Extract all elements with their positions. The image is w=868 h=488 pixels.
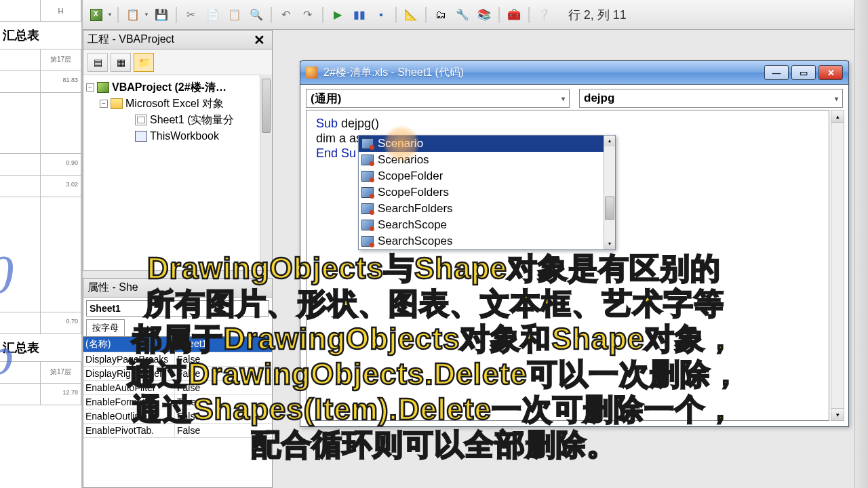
properties-button[interactable]: 🔧 <box>453 5 472 24</box>
class-icon <box>361 236 374 247</box>
close-icon[interactable]: ✕ <box>251 32 268 48</box>
pane-title-text: 工程 - VBAProject <box>87 33 174 47</box>
class-icon <box>361 187 374 198</box>
procedure-combo[interactable]: dejpg▾ <box>579 89 843 108</box>
module-icon <box>306 66 318 79</box>
save-button[interactable]: 💾 <box>152 5 171 24</box>
intellisense-item[interactable]: ScopeFolders <box>359 184 615 201</box>
class-icon <box>361 171 374 182</box>
redo-button[interactable]: ↷ <box>298 5 317 24</box>
project-tree[interactable]: −VBAProject (2#楼-清… −Microsoft Excel 对象 … <box>83 75 272 148</box>
reset-button[interactable]: ▪ <box>372 5 391 24</box>
class-icon <box>361 220 374 230</box>
scrollbar[interactable]: ▴▾ <box>604 136 615 249</box>
maximize-button[interactable]: ▭ <box>791 65 816 80</box>
cell: 第17层 <box>41 49 81 71</box>
object-combo[interactable]: (通用)▾ <box>306 89 570 108</box>
scrollbar[interactable] <box>260 75 272 270</box>
view-excel-button[interactable] <box>87 5 106 24</box>
class-icon <box>361 138 374 149</box>
intellisense-item[interactable]: Scenario <box>359 136 615 152</box>
project-pane-title: 工程 - VBAProject ✕ <box>83 30 272 49</box>
vbe-toolbar: ▼ 📋▼ 💾 ✂ 📄 📋 🔍 ↶ ↷ ▶ ▮▮ ▪ 📐 🗂 🔧 📚 🧰 ❔ 行 … <box>83 0 868 30</box>
cut-button[interactable]: ✂ <box>182 5 201 24</box>
insert-button[interactable]: 📋 <box>123 5 142 24</box>
intellisense-item[interactable]: ScopeFolder <box>359 168 615 184</box>
cell: 3.02 <box>41 176 81 197</box>
minimize-button[interactable]: — <box>764 65 789 80</box>
design-mode-button[interactable]: 📐 <box>401 5 420 24</box>
tree-workbook[interactable]: ThisWorkbook <box>150 128 219 144</box>
run-button[interactable]: ▶ <box>328 5 347 24</box>
help-button[interactable]: ❔ <box>534 5 553 24</box>
toolbox-button[interactable]: 🧰 <box>505 5 524 24</box>
sheet-section-title: 汇总表 <box>0 22 81 49</box>
close-button[interactable]: ✕ <box>818 65 843 80</box>
project-toolbar: ▤ ▦ 📁 <box>83 49 272 75</box>
class-icon <box>361 203 374 214</box>
undo-button[interactable]: ↶ <box>277 5 296 24</box>
view-object-button[interactable]: ▦ <box>111 53 131 72</box>
class-icon <box>361 155 374 165</box>
intellisense-item[interactable]: SearchFolders <box>359 201 615 217</box>
toggle-folders-button[interactable]: 📁 <box>134 53 154 72</box>
code-window-title: 2#楼-清单.xls - Sheet1 (代码) <box>323 66 464 80</box>
code-window-titlebar[interactable]: 2#楼-清单.xls - Sheet1 (代码) — ▭ ✕ <box>300 60 849 85</box>
col-header: H <box>41 0 81 21</box>
tree-folder[interactable]: Microsoft Excel 对象 <box>125 96 224 112</box>
subtitle-overlay: DrawingObjects与Shape对象是有区别的 所有图片、形状、图表、文… <box>0 251 868 462</box>
object-browser-button[interactable]: 📚 <box>475 5 494 24</box>
tree-sheet[interactable]: Sheet1 (实物量分 <box>150 112 234 128</box>
intellisense-item[interactable]: SearchScopes <box>359 233 615 249</box>
paste-button[interactable]: 📋 <box>225 5 244 24</box>
find-button[interactable]: 🔍 <box>247 5 266 24</box>
intellisense-popup[interactable]: ScenarioScenariosScopeFolderScopeFolders… <box>358 135 616 250</box>
view-code-button[interactable]: ▤ <box>87 53 108 72</box>
cell: 0.90 <box>41 154 81 176</box>
cursor-position: 行 2, 列 11 <box>568 7 627 23</box>
break-button[interactable]: ▮▮ <box>350 5 369 24</box>
project-root[interactable]: VBAProject (2#楼-清… <box>112 79 226 96</box>
cell: 81.83 <box>41 71 81 93</box>
project-explorer-button[interactable]: 🗂 <box>431 5 450 24</box>
intellisense-item[interactable]: Scenarios <box>359 152 615 168</box>
copy-button[interactable]: 📄 <box>203 5 222 24</box>
intellisense-item[interactable]: SearchScope <box>359 217 615 233</box>
project-explorer-pane: 工程 - VBAProject ✕ ▤ ▦ 📁 −VBAProject (2#楼… <box>83 30 273 271</box>
